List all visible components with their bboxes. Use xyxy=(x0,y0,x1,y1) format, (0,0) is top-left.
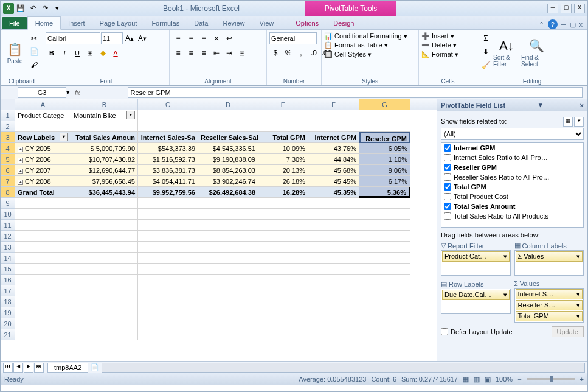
cell[interactable] xyxy=(258,231,308,242)
cell[interactable] xyxy=(71,231,138,242)
cell[interactable] xyxy=(308,264,359,275)
view-layout-icon[interactable]: ▥ xyxy=(474,376,480,383)
sheet-last-icon[interactable]: ⏭ xyxy=(34,363,44,373)
row-header[interactable]: 16 xyxy=(1,275,15,285)
cell[interactable] xyxy=(71,285,138,296)
cell[interactable] xyxy=(258,264,308,275)
row-header[interactable]: 4 xyxy=(1,143,15,154)
cell[interactable] xyxy=(15,198,71,209)
cell[interactable] xyxy=(359,318,410,329)
fill-color-icon[interactable]: ◆ xyxy=(97,47,109,59)
new-sheet-icon[interactable]: 📄 xyxy=(91,363,99,371)
cell[interactable] xyxy=(359,110,410,121)
row-labels-dropdown-icon[interactable]: ▾ xyxy=(60,133,68,141)
cell[interactable] xyxy=(308,121,359,132)
field-item[interactable]: Reseller Sales Ratio to All Pro… xyxy=(441,172,583,182)
font-color-icon[interactable]: A xyxy=(109,47,122,59)
report-filter-area[interactable]: Product Cat…▾ xyxy=(441,250,511,276)
area-field-dropdown-icon[interactable]: ▾ xyxy=(503,253,507,261)
cell[interactable] xyxy=(15,285,71,296)
cell[interactable] xyxy=(308,307,359,318)
field-item[interactable]: Total Sales Ratio to All Products xyxy=(441,211,583,221)
cell[interactable]: 5.36% xyxy=(359,187,410,198)
cell[interactable]: $26,492,684.38 xyxy=(198,187,258,198)
cell[interactable] xyxy=(359,264,410,275)
cell[interactable] xyxy=(308,242,359,253)
cell[interactable]: +CY 2007 xyxy=(15,165,71,176)
cell[interactable] xyxy=(308,231,359,242)
cell[interactable] xyxy=(15,296,71,307)
decrease-indent-icon[interactable]: ⇤ xyxy=(210,47,223,59)
column-header[interactable]: B xyxy=(71,99,138,110)
cell[interactable]: Product Catege xyxy=(15,110,71,121)
zoom-level[interactable]: 100% xyxy=(496,376,513,383)
cell[interactable] xyxy=(308,209,359,220)
values-area[interactable]: Internet S…▾Reseller S…▾Total GPM▾ xyxy=(514,288,584,323)
area-field[interactable]: Internet S…▾ xyxy=(516,289,583,299)
cell[interactable] xyxy=(15,318,71,329)
zoom-out-icon[interactable]: − xyxy=(517,376,521,383)
defer-update-checkbox[interactable] xyxy=(441,328,448,335)
cell[interactable] xyxy=(308,329,359,340)
cell[interactable] xyxy=(198,198,258,209)
format-as-table-button[interactable]: 📋 Format as Table ▾ xyxy=(324,41,388,49)
area-field[interactable]: Product Cat…▾ xyxy=(442,251,510,262)
field-checkbox[interactable] xyxy=(444,144,451,152)
delete-cells-button[interactable]: ➖ Delete ▾ xyxy=(421,41,457,49)
cell[interactable] xyxy=(15,253,71,264)
area-field-dropdown-icon[interactable]: ▾ xyxy=(576,312,580,320)
cell[interactable]: 9.06% xyxy=(359,165,410,176)
cell[interactable]: 20.13% xyxy=(258,165,308,176)
cell[interactable]: $1,516,592.73 xyxy=(138,154,198,165)
cell[interactable] xyxy=(15,275,71,285)
cell[interactable] xyxy=(138,121,198,132)
cell[interactable]: $9,952,759.56 xyxy=(138,187,198,198)
cell[interactable] xyxy=(258,307,308,318)
cell[interactable] xyxy=(258,296,308,307)
row-header[interactable]: 7 xyxy=(1,176,15,187)
field-item[interactable]: Total Product Cost xyxy=(441,192,583,201)
format-cells-button[interactable]: 📐 Format ▾ xyxy=(421,51,458,58)
cell[interactable] xyxy=(198,110,258,121)
cell[interactable] xyxy=(359,285,410,296)
cell[interactable]: Mountain Bike▾ xyxy=(71,110,138,121)
field-checkbox[interactable] xyxy=(444,164,451,171)
cell[interactable] xyxy=(138,209,198,220)
minimize-button[interactable]: ─ xyxy=(547,4,558,13)
cell[interactable]: $ 5,090,709.90 xyxy=(71,143,138,154)
cell[interactable] xyxy=(258,318,308,329)
cell[interactable] xyxy=(15,242,71,253)
cell[interactable]: 6.17% xyxy=(359,176,410,187)
tab-insert[interactable]: Insert xyxy=(61,17,92,29)
cell[interactable] xyxy=(15,231,71,242)
fx-icon[interactable]: fx xyxy=(75,89,80,96)
currency-icon[interactable]: $ xyxy=(269,47,282,59)
excel-icon[interactable]: X xyxy=(3,3,14,14)
zoom-slider[interactable] xyxy=(527,378,575,380)
cell[interactable]: Internet GPM xyxy=(308,132,359,143)
cell[interactable] xyxy=(258,275,308,285)
filter-dropdown-icon[interactable]: ▾ xyxy=(126,111,135,119)
number-format-select[interactable] xyxy=(269,32,317,44)
cell[interactable]: +CY 2006 xyxy=(15,154,71,165)
cell[interactable]: 45.35% xyxy=(308,187,359,198)
cell[interactable] xyxy=(359,220,410,231)
cell[interactable] xyxy=(308,198,359,209)
row-header[interactable]: 15 xyxy=(1,264,15,275)
cell[interactable] xyxy=(359,231,410,242)
cell[interactable] xyxy=(138,231,198,242)
cell[interactable] xyxy=(359,296,410,307)
cell[interactable] xyxy=(71,275,138,285)
field-checkbox[interactable] xyxy=(444,203,451,210)
cell[interactable]: $8,854,263.03 xyxy=(198,165,258,176)
row-header[interactable]: 12 xyxy=(1,231,15,242)
column-header[interactable]: C xyxy=(138,99,198,110)
cell[interactable] xyxy=(198,209,258,220)
cell[interactable] xyxy=(15,220,71,231)
column-header[interactable]: E xyxy=(258,99,308,110)
cell[interactable] xyxy=(258,121,308,132)
cut-icon[interactable]: ✂ xyxy=(28,32,40,44)
cell[interactable] xyxy=(71,307,138,318)
cell[interactable] xyxy=(71,253,138,264)
redo-icon[interactable]: ↷ xyxy=(40,3,50,14)
